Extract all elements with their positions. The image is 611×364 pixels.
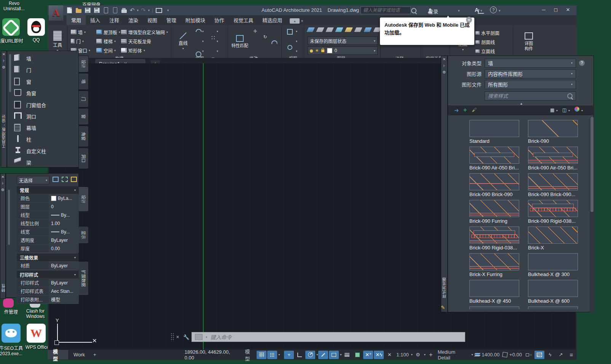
door-button[interactable]: 门▾ (71, 37, 84, 46)
style-card[interactable]: Brick-090 Air-050 Bri... (528, 147, 582, 170)
style-scrollbar-track[interactable] (590, 117, 594, 313)
prop-row-plotstyle-table[interactable]: 打印样式表Aec Stan... (17, 287, 79, 295)
scale-caret[interactable]: ▾ (411, 353, 413, 356)
brush-icon[interactable]: 🖌 (472, 107, 477, 113)
style-card[interactable]: Brick-090 Rigid-038... (469, 227, 523, 250)
object-type-dropdown[interactable]: 墙▾ (485, 59, 576, 68)
drawing-source-dropdown[interactable]: 内容构件库图形▾ (485, 69, 576, 78)
help-circle-icon[interactable]: ? (579, 60, 585, 66)
desktop-icon-revo[interactable]: Revo Uninstall... (1, 1, 27, 11)
snap-caret[interactable]: ▾ (278, 353, 280, 356)
undo-caret[interactable]: ▾ (137, 8, 139, 12)
object-snap-toggle[interactable] (329, 351, 339, 359)
line-button[interactable]: 直线▾ (175, 27, 191, 56)
help-caret[interactable]: ▾ (499, 9, 501, 13)
application-menu-button[interactable]: A (49, 5, 63, 21)
ellipse-caret[interactable]: ▾ (217, 40, 218, 43)
layer-state-dropdown[interactable]: 未保存的图层状态▾ (308, 37, 378, 45)
section-3d-effects[interactable]: 三维效果▾ (17, 254, 79, 261)
ribbon-tab-annotate[interactable]: 注释 (105, 15, 124, 25)
ribbon-tab-addins[interactable]: 附加模块 (181, 15, 210, 25)
palette-tab-opening[interactable]: 洞口 (79, 148, 89, 169)
view-cube-icon[interactable] (287, 29, 293, 35)
hatch-caret[interactable]: ▾ (217, 49, 218, 53)
signin-caret[interactable]: ▾ (458, 9, 460, 13)
elevation-button[interactable]: +0.00 (501, 351, 523, 359)
enhanced-grid-button[interactable]: 增强型自定义轴网▾ (121, 27, 168, 37)
layout-tab-add[interactable]: + (90, 350, 99, 359)
style-browser-close-icon[interactable]: ✕ (443, 57, 446, 61)
print-icon[interactable] (121, 7, 128, 13)
properties-tab-design[interactable]: 设计 (79, 187, 89, 212)
color-swatch[interactable] (51, 196, 56, 201)
settings-caret[interactable]: ▾ (424, 353, 426, 356)
view-cube-mode-caret[interactable]: ▾ (568, 109, 570, 112)
model-paper-toggle[interactable]: 模型 (244, 351, 256, 359)
style-browser-edit-icon[interactable]: ✎ (441, 305, 445, 310)
ribbon-tab-home[interactable]: 常用 (67, 15, 86, 25)
prop-row-plotstyle[interactable]: 打印样式ByLayer (17, 279, 79, 287)
prop-row-thickness[interactable]: 厚度0.00 (17, 244, 79, 253)
style-browser-gear-icon[interactable]: ⚙ (443, 70, 446, 74)
autodesk-a-icon[interactable]: A (475, 7, 479, 13)
tooltip-close-icon[interactable]: ✕ (466, 17, 472, 23)
palette-tab-wall[interactable]: 墙 (79, 73, 89, 90)
help-icon[interactable]: ? (490, 6, 497, 13)
new-file-icon[interactable] (66, 7, 73, 13)
style-card[interactable] (469, 307, 523, 309)
quick-select-icon[interactable] (53, 177, 59, 182)
ribbon-tab-view[interactable]: 视图 (143, 15, 162, 25)
prop-row-ltscale[interactable]: 线型比例1.00 (17, 219, 79, 228)
style-card[interactable]: Bulkhead-X @ 600 (528, 280, 582, 303)
prop-row-linetype[interactable]: 线型By... (17, 211, 79, 219)
horizontal-section-button[interactable]: 水平剖面 (475, 28, 499, 37)
cut-plane-button[interactable]: 1400.00 (474, 351, 501, 359)
qq-icon[interactable] (27, 18, 45, 36)
save-as-icon[interactable] (93, 7, 100, 13)
view-grid-caret[interactable]: ▾ (556, 109, 558, 112)
ribbon-tab-render[interactable]: 渲染 (124, 15, 143, 25)
properties-scrollbar[interactable] (8, 190, 10, 245)
style-card[interactable]: Bulkhead-X @ 450 (469, 280, 523, 303)
search-icon[interactable] (411, 8, 416, 13)
layer-lock-icon[interactable] (354, 27, 362, 32)
annotation-scale-button[interactable]: 1:100 (395, 351, 410, 359)
tool-palette-pin-icon[interactable]: ⊦ (3, 59, 5, 63)
layout-tab-work[interactable]: Work (68, 350, 90, 359)
view-cube-mode-icon[interactable]: ◫ (562, 107, 566, 113)
layer-off-icon[interactable] (316, 27, 324, 32)
color-wheel-icon[interactable] (574, 107, 579, 112)
tool-corner-window[interactable]: 角窗 (14, 88, 75, 98)
color-wheel-caret[interactable]: ▾ (581, 109, 583, 112)
hatch-background-toggle[interactable] (534, 351, 544, 359)
layer-properties-icon[interactable] (306, 27, 315, 32)
grid-toggle[interactable] (257, 351, 266, 359)
style-card[interactable]: Brick-090 Rigid-038... (528, 200, 582, 223)
tool-curtain-wall[interactable]: 幕墙 (14, 123, 75, 133)
style-card[interactable] (528, 307, 582, 309)
tool-door[interactable]: 门 (14, 65, 75, 75)
wall-button[interactable]: 墙▾ (71, 27, 86, 37)
prop-row-transparency[interactable]: 透明度ByLayer (17, 236, 79, 244)
select-objects-icon[interactable] (62, 177, 68, 182)
ribbon-tab-insert[interactable]: 插入 (86, 15, 105, 25)
signin-button[interactable]: 登录 (428, 8, 438, 15)
style-scrollbar-thumb[interactable] (590, 117, 593, 212)
box-button[interactable]: 矩形体▾ (121, 46, 145, 55)
point-caret[interactable]: ▾ (217, 30, 218, 33)
prop-row-material[interactable]: 材质ByLayer (17, 262, 79, 270)
save-to-web-icon[interactable] (112, 7, 118, 13)
move-icon[interactable]: ✛ (252, 28, 258, 34)
elevation-line-button[interactable]: 立面线 (475, 46, 495, 56)
section-line-button[interactable]: 剖面线 (475, 37, 495, 46)
command-caret[interactable]: ▾ (206, 335, 207, 339)
tool-door-window-assembly[interactable]: 门窗组合 (14, 100, 75, 110)
open-from-mobile-icon[interactable] (102, 7, 109, 13)
prop-row-layer[interactable]: 图层0 (17, 203, 79, 211)
prop-row-color[interactable]: 颜色ByLa... (17, 194, 79, 203)
drawing-file-dropdown[interactable]: 所有图形▾ (485, 80, 576, 89)
osnap-3d-toggle[interactable]: ✕ϟ (374, 351, 384, 359)
detail-component-button[interactable]: 详图 构件 (519, 27, 539, 56)
clean-screen-icon[interactable]: ↗ (556, 351, 566, 359)
ribbon-tab-featured-apps[interactable]: 精选应用 (258, 15, 287, 25)
